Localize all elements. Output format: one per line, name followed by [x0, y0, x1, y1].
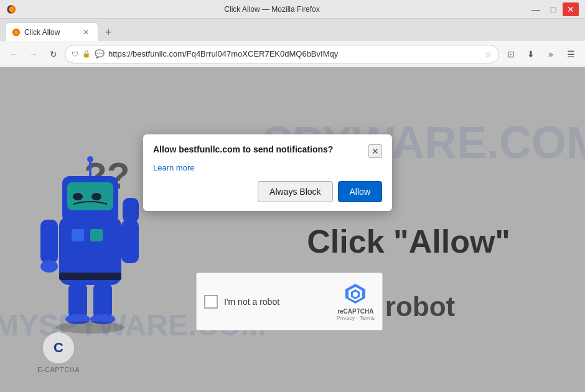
always-block-button[interactable]: Always Block: [258, 181, 332, 202]
svg-point-3: [14, 30, 19, 35]
minimize-button[interactable]: —: [528, 2, 544, 16]
recaptcha-logo-icon: [344, 282, 367, 306]
click-allow-line1: Click "Allow": [307, 223, 510, 260]
titlebar-title: Click Allow — Mozilla Firefox: [16, 5, 528, 14]
recaptcha-checkbox[interactable]: [204, 295, 218, 309]
dialog-buttons: Always Block Allow: [153, 181, 382, 202]
tabbar: Click Allow ✕ +: [0, 19, 585, 41]
dialog-title: Allow bestfunllc.com to send notificatio…: [153, 144, 362, 154]
svg-rect-18: [68, 284, 87, 318]
reload-button[interactable]: ↻: [45, 45, 62, 63]
recaptcha-widget: I'm not a robot reCAPTCHA Privacy · Term…: [196, 273, 383, 330]
svg-rect-14: [40, 220, 58, 263]
dialog-header: Allow bestfunllc.com to send notificatio…: [153, 144, 382, 158]
svg-rect-15: [121, 220, 139, 263]
maximize-button[interactable]: □: [545, 2, 561, 16]
active-tab[interactable]: Click Allow ✕: [5, 22, 98, 41]
svg-rect-12: [72, 229, 84, 241]
recaptcha-label: I'm not a robot: [224, 297, 279, 307]
tab-favicon-icon: [12, 28, 21, 37]
svg-point-10: [87, 156, 93, 162]
svg-point-16: [40, 260, 58, 273]
svg-rect-9: [89, 161, 91, 176]
pocket-button[interactable]: ⊡: [502, 45, 520, 63]
svg-point-23: [353, 292, 358, 297]
titlebar-controls: — □ ✕: [528, 2, 579, 16]
new-tab-button[interactable]: +: [100, 24, 117, 41]
navbar: ← → ↻ 🛡 🔒 💬 https://bestfunllc.com/Fq4Br…: [0, 41, 585, 67]
svg-point-8: [91, 193, 101, 200]
ecaptcha-logo: C E-CAPTCHA: [37, 332, 80, 373]
bookmark-star-icon[interactable]: ☆: [484, 49, 492, 59]
recaptcha-brand: reCAPTCHA: [337, 308, 375, 315]
more-tools-button[interactable]: »: [541, 45, 560, 63]
svg-point-7: [73, 193, 83, 200]
download-button[interactable]: ⬇: [522, 45, 540, 63]
page-content: SPYWARE.COM MYSPYWARE.COM ??: [0, 67, 585, 392]
learn-more-link[interactable]: Learn more: [153, 163, 382, 172]
recaptcha-left: I'm not a robot: [204, 295, 279, 309]
ecaptcha-text: E-CAPTCHA: [37, 366, 80, 373]
url-text: https://bestfunllc.com/Fq4Brrul047moXCER…: [108, 49, 480, 58]
svg-point-22: [56, 321, 124, 334]
tab-label: Click Allow: [24, 28, 77, 37]
titlebar: Click Allow — Mozilla Firefox — □ ✕: [0, 0, 585, 19]
notification-icon: 💬: [95, 49, 105, 58]
allow-button[interactable]: Allow: [338, 181, 382, 202]
menu-button[interactable]: ☰: [561, 45, 580, 63]
svg-rect-17: [123, 198, 139, 223]
shield-icon: 🛡: [72, 50, 78, 58]
lock-icon: 🔒: [82, 50, 91, 58]
notification-dialog: Allow bestfunllc.com to send notificatio…: [143, 134, 392, 211]
svg-rect-11: [59, 273, 121, 280]
firefox-logo-icon: [6, 4, 16, 14]
url-bar[interactable]: 🛡 🔒 💬 https://bestfunllc.com/Fq4Brrul047…: [65, 45, 499, 63]
titlebar-left: [6, 4, 16, 14]
tab-close-button[interactable]: ✕: [80, 27, 91, 38]
dialog-close-button[interactable]: ✕: [368, 144, 382, 158]
svg-rect-19: [93, 284, 112, 318]
recaptcha-right: reCAPTCHA Privacy · Terms: [337, 282, 375, 321]
toolbar-right: ⊡ ⬇ » ☰: [502, 45, 580, 63]
back-button[interactable]: ←: [5, 45, 22, 63]
forward-button[interactable]: →: [25, 45, 42, 63]
close-window-button[interactable]: ✕: [563, 2, 579, 16]
ecaptcha-icon: C: [43, 332, 74, 363]
svg-rect-13: [90, 229, 103, 241]
recaptcha-links: Privacy · Terms: [337, 315, 375, 321]
